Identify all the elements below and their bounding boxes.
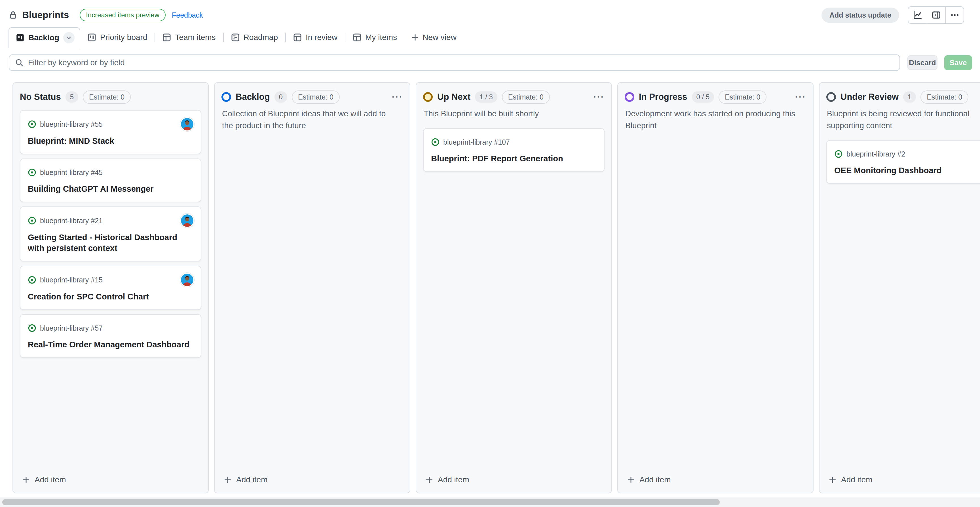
column-header: No Status 5 Estimate: 0 (20, 90, 201, 104)
issue-title: Getting Started - Historical Dashboard w… (28, 232, 193, 253)
issue-repo-number: blueprint-library #107 (443, 138, 510, 146)
project-header: Blueprints Increased items preview Feedb… (0, 0, 980, 27)
page-title: Blueprints (22, 10, 69, 21)
issue-card[interactable]: blueprint-library #45 Building ChatGPT A… (20, 159, 201, 202)
roadmap-icon (231, 33, 240, 42)
issue-repo-number: blueprint-library #57 (40, 324, 103, 332)
tab-team-items[interactable]: Team items (155, 27, 223, 48)
plus-icon (425, 476, 433, 484)
issue-title: Blueprint: MIND Stack (28, 135, 193, 146)
tab-in-review[interactable]: In review (286, 27, 345, 48)
issue-card[interactable]: blueprint-library #21 Getting Started - … (20, 207, 201, 261)
issue-title: Building ChatGPT AI Messenger (28, 183, 193, 194)
column-estimate-badge: Estimate: 0 (920, 91, 968, 104)
column-description-line: This Blueprint will be built shortly (424, 108, 604, 120)
filter-bar: Discard Save (0, 48, 980, 71)
new-view-label: New view (423, 33, 457, 42)
add-item-button[interactable]: Add item (21, 473, 68, 486)
chevron-down-icon[interactable] (63, 32, 75, 43)
column-header: Up Next 1 / 3 Estimate: 0 ··· (423, 90, 605, 104)
assignee-avatar[interactable] (181, 215, 193, 227)
column-header: Backlog 0 Estimate: 0 ··· (221, 90, 403, 104)
open-issue-icon (834, 150, 843, 158)
plus-icon (829, 476, 837, 484)
column-description-line: Blueprint (625, 120, 806, 132)
insights-chart-icon[interactable] (908, 7, 927, 23)
add-status-update-button[interactable]: Add status update (821, 8, 899, 23)
horizontal-scrollbar[interactable] (0, 497, 980, 507)
open-issue-icon (28, 276, 36, 284)
open-issue-icon (28, 324, 36, 332)
column-estimate-badge: Estimate: 0 (719, 91, 767, 104)
tab-backlog[interactable]: Backlog (8, 27, 80, 48)
column-cards: blueprint-library #2 OEE Monitoring Dash… (826, 140, 980, 184)
column-description: This Blueprint will be built shortly (424, 108, 604, 120)
project-board-icon (16, 33, 24, 42)
assignee-avatar[interactable] (181, 273, 193, 286)
plus-icon (224, 476, 232, 484)
tab-priority-board[interactable]: Priority board (80, 27, 155, 48)
feedback-link[interactable]: Feedback (172, 11, 203, 19)
board-column-in-progress: In Progress 0 / 5 Estimate: 0 ··· Develo… (617, 82, 813, 493)
kanban-board: No Status 5 Estimate: 0 blueprint-librar… (0, 82, 980, 493)
add-item-button[interactable]: Add item (222, 473, 269, 486)
filter-field[interactable] (9, 54, 900, 71)
status-dot-icon (826, 92, 836, 102)
issue-title: Real-Time Order Management Dashboard (28, 339, 193, 350)
issue-repo-number: blueprint-library #45 (40, 168, 103, 176)
column-estimate-badge: Estimate: 0 (292, 91, 340, 104)
column-estimate-badge: Estimate: 0 (502, 91, 550, 104)
plus-icon (411, 33, 419, 41)
table-icon (162, 33, 171, 42)
scrollbar-thumb[interactable] (2, 499, 720, 505)
column-menu-button[interactable]: ··· (593, 92, 605, 102)
add-item-button[interactable]: Add item (827, 473, 874, 486)
issue-title: OEE Monitoring Dashboard (834, 165, 980, 176)
preview-badge: Increased items preview (80, 9, 165, 22)
collapse-sidebar-icon[interactable] (927, 7, 945, 23)
add-item-button[interactable]: Add item (424, 473, 471, 486)
issue-card[interactable]: blueprint-library #15 Creation for SPC C… (20, 266, 201, 310)
column-title: No Status (20, 92, 61, 102)
board-column-backlog: Backlog 0 Estimate: 0 ··· Collection of … (214, 82, 410, 493)
save-button[interactable]: Save (944, 55, 972, 70)
column-menu-button[interactable]: ··· (795, 92, 806, 102)
issue-card[interactable]: blueprint-library #57 Real-Time Order Ma… (20, 314, 201, 358)
column-menu-button[interactable]: ··· (392, 92, 403, 102)
view-tabs: Backlog Priority board Team items Roadma… (0, 27, 980, 48)
filter-input[interactable] (28, 58, 894, 67)
kebab-menu-icon[interactable] (945, 7, 964, 23)
discard-button[interactable]: Discard (907, 55, 937, 70)
issue-card[interactable]: blueprint-library #55 Blueprint: MIND St… (20, 110, 201, 154)
column-description: Blueprint is being reviewed for function… (827, 108, 980, 132)
tab-my-items[interactable]: My items (345, 27, 404, 48)
status-dot-icon (423, 92, 433, 102)
issue-title: Blueprint: PDF Report Generation (431, 153, 597, 164)
open-issue-icon (28, 120, 36, 129)
table-icon (353, 33, 361, 42)
new-view-button[interactable]: New view (404, 27, 463, 48)
column-title: In Progress (639, 92, 687, 102)
column-description-line: Development work has started on producin… (625, 108, 806, 120)
column-header: Under Review 1 Estimate: 0 (826, 90, 980, 104)
column-count-badge: 1 (903, 91, 916, 103)
plus-icon (22, 476, 30, 484)
column-description-line: Blueprint is being reviewed for function… (827, 108, 980, 120)
column-title: Up Next (437, 92, 471, 102)
view-options-group (908, 6, 964, 24)
column-count-badge: 0 (275, 91, 287, 103)
column-cards: blueprint-library #55 Blueprint: MIND St… (20, 110, 201, 358)
column-count-badge: 0 / 5 (692, 91, 714, 103)
tab-roadmap[interactable]: Roadmap (224, 27, 285, 48)
issue-title: Creation for SPC Control Chart (28, 291, 193, 302)
add-item-button[interactable]: Add item (625, 473, 673, 486)
project-board-icon (88, 33, 96, 42)
board-column-up-next: Up Next 1 / 3 Estimate: 0 ··· This Bluep… (416, 82, 612, 493)
column-cards: blueprint-library #107 Blueprint: PDF Re… (423, 128, 605, 172)
assignee-avatar[interactable] (181, 118, 193, 130)
issue-card[interactable]: blueprint-library #2 OEE Monitoring Dash… (826, 140, 980, 184)
open-issue-icon (431, 138, 439, 146)
board-column-no-status: No Status 5 Estimate: 0 blueprint-librar… (13, 82, 209, 493)
issue-card[interactable]: blueprint-library #107 Blueprint: PDF Re… (423, 128, 605, 172)
column-header: In Progress 0 / 5 Estimate: 0 ··· (625, 90, 806, 104)
